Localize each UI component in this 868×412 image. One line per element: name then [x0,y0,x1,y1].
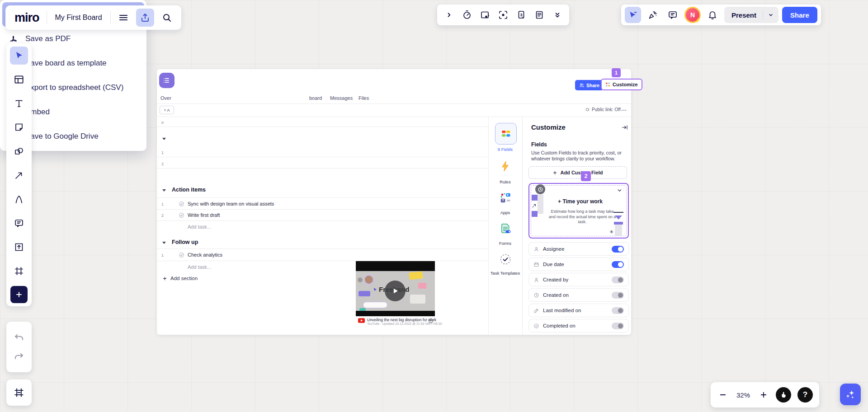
comment-tool-button[interactable] [10,214,28,232]
divider [110,11,111,24]
section-title[interactable]: Action items [172,187,206,193]
section-title[interactable]: Follow up [172,239,198,245]
tab-files[interactable]: Files [359,95,369,101]
undo-button[interactable] [13,332,25,343]
completed-on-toggle[interactable] [612,323,624,329]
cursors-button[interactable] [625,7,641,23]
upload-tool-button[interactable] [10,238,28,256]
check-circle-icon[interactable] [179,212,184,218]
widget-share-button[interactable]: Share [575,80,604,90]
assignee-toggle[interactable] [612,246,624,253]
video-thumbnail[interactable]: Freehand [356,271,435,311]
play-button[interactable] [385,281,406,301]
rail-item-task-templates[interactable] [495,249,516,270]
add-task-button[interactable]: + A [160,106,174,114]
share-button[interactable]: Share [782,7,817,23]
widget-more-button[interactable] [619,105,629,115]
more-tools-button[interactable] [10,286,28,303]
collapse-toolbar-button[interactable] [549,7,566,23]
task-text[interactable]: Check analytics [188,252,222,258]
chevron-down-icon[interactable] [617,187,623,193]
rail-item-forms[interactable] [495,218,516,239]
avatar[interactable]: N [684,7,701,23]
main-menu-button[interactable] [114,9,132,27]
video-embed[interactable]: Freehand Unveiling the next big disrupti… [356,261,435,327]
expand-tools-button[interactable] [441,7,457,23]
frame-tool-button[interactable] [10,262,28,280]
sticky-note-tool-button[interactable] [10,118,28,136]
estimation-button[interactable]: 3 [513,7,529,23]
rail-label-task-templates[interactable]: Task Templates [488,271,522,276]
rail-label-fields[interactable]: 9 Fields [488,147,522,152]
video-title[interactable]: Unveiling the next big disruption for wo… [367,318,436,322]
planner-widget[interactable]: Share Customize 1 Over board Messages Fi… [157,69,631,335]
tab-overview[interactable]: Over [160,95,171,101]
board-title[interactable]: My First Board [51,14,107,22]
clock-icon [533,292,539,298]
search-button[interactable] [158,9,176,27]
table-row[interactable]: 1 Check analytics [157,250,488,262]
add-section-button[interactable]: Add section [162,276,198,281]
rail-item-apps[interactable]: T [495,187,516,208]
miro-board-canvas[interactable]: miro My First Board Save as image Save a… [0,0,868,412]
add-custom-field-button[interactable]: Add Custom Field [528,166,627,179]
shapes-tool-button[interactable] [10,142,28,160]
timer-button[interactable] [459,7,475,23]
zoom-level[interactable]: 32% [735,391,751,399]
collapse-right-icon [621,124,628,131]
plus-icon: + [558,198,562,205]
row-number: 2 [161,213,164,218]
present-button[interactable]: Present [724,7,778,23]
task-text[interactable]: Sync with design team on visual assets [188,201,274,206]
help-button[interactable]: ? [797,387,813,403]
due-date-toggle[interactable] [612,261,624,268]
section-caret-icon[interactable] [162,138,166,140]
rail-label-forms[interactable]: Forms [488,241,522,246]
rail-item-fields[interactable] [495,123,517,145]
zoom-out-button[interactable] [717,389,729,401]
section-caret-icon[interactable] [162,189,166,192]
screen-share-button[interactable] [477,7,493,23]
reactions-button[interactable] [645,7,661,23]
spotlight-icon [498,9,509,20]
public-link-status[interactable]: Public link: Off [585,107,621,112]
created-on-toggle[interactable] [612,292,624,299]
rail-label-rules[interactable]: Rules [488,179,522,184]
templates-tool-button[interactable] [10,70,28,89]
notifications-button[interactable] [704,7,721,23]
card-deco-strip [538,195,543,214]
chat-button[interactable] [665,7,681,23]
zoom-in-button[interactable] [758,389,769,401]
task-text[interactable]: Write first draft [188,212,220,218]
svg-text:3: 3 [520,13,522,17]
ai-assistant-button[interactable] [840,384,861,405]
tab-messages[interactable]: Messages [330,95,353,101]
export-button[interactable] [136,9,154,27]
info-icon[interactable]: ? [428,318,434,323]
check-circle-icon[interactable] [179,201,184,207]
last-modified-toggle[interactable] [612,307,624,314]
pen-tool-button[interactable] [10,190,28,208]
notes-button[interactable] [531,7,547,23]
select-tool-button[interactable] [10,47,28,65]
redo-button[interactable] [13,351,25,362]
spotlight-button[interactable] [495,7,511,23]
tab-board[interactable]: board [309,95,322,101]
interactive-walkthrough-button[interactable] [776,387,791,403]
section-caret-icon[interactable] [162,242,166,244]
connector-tool-button[interactable] [10,166,28,184]
add-task-link[interactable]: Add task... [188,224,211,229]
check-circle-icon[interactable] [179,252,184,258]
frames-panel-button[interactable] [10,384,28,402]
collapse-panel-button[interactable] [620,122,630,132]
created-by-toggle[interactable] [612,276,624,283]
add-task-link[interactable]: Add task... [188,264,211,270]
text-tool-button[interactable] [10,94,28,112]
widget-customize-button[interactable]: Customize [601,79,642,90]
rail-label-apps[interactable]: Apps [488,210,522,215]
present-dropdown-button[interactable] [763,7,778,23]
present-label: Present [731,11,756,19]
miro-logo[interactable]: miro [11,11,43,25]
rail-item-rules[interactable] [495,156,516,177]
time-your-work-card[interactable]: + Time your work Estimate how long a tas… [528,183,629,239]
